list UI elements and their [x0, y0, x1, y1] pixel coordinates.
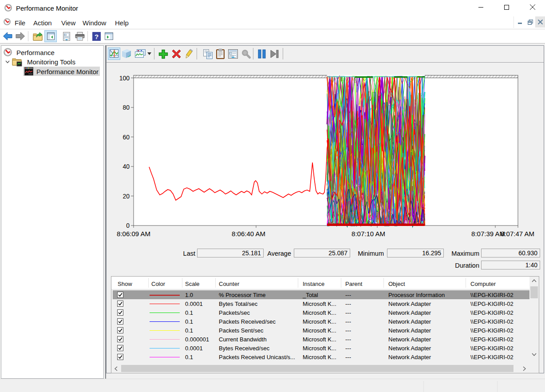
svg-text:?: ?: [95, 33, 99, 40]
svg-text:8:07:47 AM: 8:07:47 AM: [501, 230, 534, 238]
svg-text:8:06:09 AM: 8:06:09 AM: [117, 230, 150, 238]
svg-text:40: 40: [122, 163, 130, 170]
svg-text:80: 80: [122, 104, 130, 111]
svg-text:100: 100: [119, 75, 130, 82]
svg-text:0: 0: [126, 222, 130, 229]
svg-text:8:07:10 AM: 8:07:10 AM: [351, 230, 385, 238]
svg-text:8:07:39 AM: 8:07:39 AM: [471, 230, 505, 238]
svg-text:8:06:40 AM: 8:06:40 AM: [232, 230, 265, 238]
svg-text:60: 60: [122, 134, 130, 141]
svg-text:20: 20: [122, 193, 130, 200]
